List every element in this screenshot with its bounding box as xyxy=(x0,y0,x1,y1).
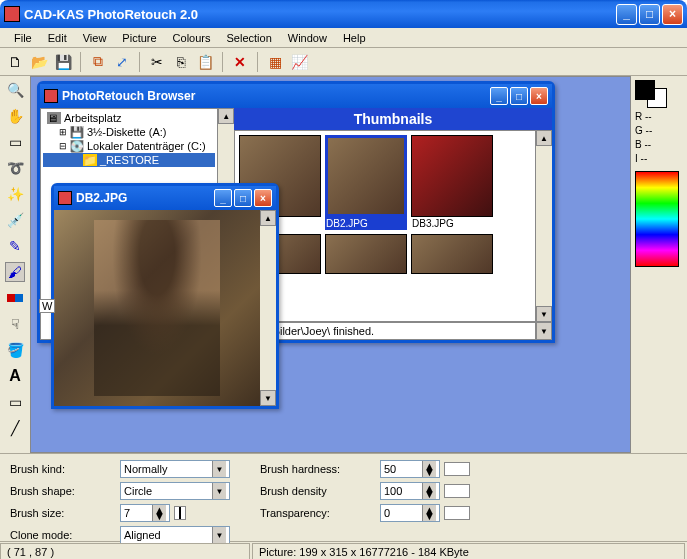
r-value: R -- xyxy=(635,111,652,122)
brush-hardness-label: Brush hardness: xyxy=(260,463,380,475)
browser-icon[interactable]: ⧉ xyxy=(89,53,107,71)
brush-size-label: Brush size: xyxy=(10,507,120,519)
image-canvas[interactable] xyxy=(54,210,260,406)
hand-tool-icon[interactable]: ✋ xyxy=(5,106,25,126)
browser-maximize-button[interactable]: □ xyxy=(510,87,528,105)
tree-root[interactable]: 🖥Arbeitsplatz xyxy=(43,111,215,125)
new-icon[interactable]: 🗋 xyxy=(6,53,24,71)
shape-tool-icon[interactable]: ▭ xyxy=(5,392,25,412)
save-icon[interactable]: 💾 xyxy=(54,53,72,71)
workspace: PhotoRetouch Browser _ □ × 🖥Arbeitsplatz… xyxy=(30,76,631,453)
thumbnail[interactable]: DB2.JPG xyxy=(325,135,407,230)
image-close-button[interactable]: × xyxy=(254,189,272,207)
scan-icon[interactable]: ⤢ xyxy=(113,53,131,71)
thumbnail[interactable] xyxy=(325,234,407,274)
brush-tool-icon[interactable]: 🖌 xyxy=(5,262,25,282)
image-window[interactable]: DB2.JPG _ □ × ▲ ▼ xyxy=(51,183,279,409)
image-minimize-button[interactable]: _ xyxy=(214,189,232,207)
brush-shape-label: Brush shape: xyxy=(10,485,120,497)
line-tool-icon[interactable]: ╱ xyxy=(5,418,25,438)
zoom-tool-icon[interactable]: 🔍 xyxy=(5,80,25,100)
toolbar: 🗋 📂 💾 ⧉ ⤢ ✂ ⎘ 📋 ✕ ▦ 📈 xyxy=(0,48,687,76)
i-value: I -- xyxy=(635,153,647,164)
menu-file[interactable]: File xyxy=(6,30,40,46)
app-icon xyxy=(4,6,20,22)
browser-minimize-button[interactable]: _ xyxy=(490,87,508,105)
brush-hardness-bar[interactable] xyxy=(444,462,470,476)
brush-density-bar[interactable] xyxy=(444,484,470,498)
scroll-down-icon[interactable]: ▼ xyxy=(536,322,552,340)
chevron-down-icon: ▼ xyxy=(212,483,226,499)
chevron-down-icon: ▼ xyxy=(212,527,226,543)
pencil-tool-icon[interactable]: ✎ xyxy=(5,236,25,256)
brush-shape-combo[interactable]: Circle▼ xyxy=(120,482,230,500)
eyedropper-tool-icon[interactable]: 💉 xyxy=(5,210,25,230)
open-icon[interactable]: 📂 xyxy=(30,53,48,71)
menu-colours[interactable]: Colours xyxy=(165,30,219,46)
toolbox: 🔍 ✋ ▭ ➰ ✨ 💉 ✎ 🖌 ☟ 🪣 A ▭ ╱ xyxy=(0,76,30,453)
tree-restore[interactable]: 📁_RESTORE xyxy=(43,153,215,167)
brush-density-label: Brush density xyxy=(260,485,380,497)
color-swatches[interactable] xyxy=(635,80,667,108)
bucket-tool-icon[interactable]: 🪣 xyxy=(5,340,25,360)
minimize-button[interactable]: _ xyxy=(616,4,637,25)
menu-view[interactable]: View xyxy=(75,30,115,46)
clone-mode-label: Clone mode: xyxy=(10,529,120,541)
status-picture: Picture: 199 x 315 x 16777216 - 184 KByt… xyxy=(252,543,685,560)
g-value: G -- xyxy=(635,125,652,136)
menu-picture[interactable]: Picture xyxy=(114,30,164,46)
cut-icon[interactable]: ✂ xyxy=(148,53,166,71)
tree-disk[interactable]: ⊟💽Lokaler Datenträger (C:) xyxy=(43,139,215,153)
wand-tool-icon[interactable]: ✨ xyxy=(5,184,25,204)
path-scroll[interactable]: ▼ xyxy=(536,322,552,340)
brush-kind-label: Brush kind: xyxy=(10,463,120,475)
thumbs-scrollbar[interactable]: ▲ ▼ xyxy=(536,130,552,322)
maximize-button[interactable]: □ xyxy=(639,4,660,25)
browser-window-title: PhotoRetouch Browser xyxy=(62,89,490,103)
folder-icon: 📁 xyxy=(83,154,97,166)
tree-floppy[interactable]: ⊞💾3½-Diskette (A:) xyxy=(43,125,215,139)
app-title: CAD-KAS PhotoRetouch 2.0 xyxy=(24,7,616,22)
scroll-down-icon[interactable]: ▼ xyxy=(260,390,276,406)
clipped-text: W xyxy=(39,299,55,313)
menu-edit[interactable]: Edit xyxy=(40,30,75,46)
paste-icon[interactable]: 📋 xyxy=(196,53,214,71)
brush-density-spin[interactable]: 100▲▼ xyxy=(380,482,440,500)
text-tool-icon[interactable]: A xyxy=(5,366,25,386)
close-button[interactable]: × xyxy=(662,4,683,25)
brush-hardness-spin[interactable]: 50▲▼ xyxy=(380,460,440,478)
transparency-bar[interactable] xyxy=(444,506,470,520)
image-maximize-button[interactable]: □ xyxy=(234,189,252,207)
pointer-tool-icon[interactable]: ☟ xyxy=(5,314,25,334)
browser-close-button[interactable]: × xyxy=(530,87,548,105)
menu-selection[interactable]: Selection xyxy=(219,30,280,46)
clone-tool-icon[interactable] xyxy=(5,288,25,308)
thumbnails-grid[interactable]: DB2.JPG DB3.JPG xyxy=(234,130,536,322)
chart-icon[interactable]: 📈 xyxy=(290,53,308,71)
scroll-up-icon[interactable]: ▲ xyxy=(536,130,552,146)
brush-kind-combo[interactable]: Normally▼ xyxy=(120,460,230,478)
lasso-tool-icon[interactable]: ➰ xyxy=(5,158,25,178)
brush-size-preview xyxy=(174,506,186,520)
b-value: B -- xyxy=(635,139,651,150)
status-coords: ( 71 , 87 ) xyxy=(0,543,250,560)
clone-mode-combo[interactable]: Aligned▼ xyxy=(120,526,230,544)
foreground-color-swatch[interactable] xyxy=(635,80,655,100)
menu-window[interactable]: Window xyxy=(280,30,335,46)
titlebar: CAD-KAS PhotoRetouch 2.0 _ □ × xyxy=(0,0,687,28)
grid-icon[interactable]: ▦ xyxy=(266,53,284,71)
thumbnail[interactable] xyxy=(411,234,493,274)
marquee-tool-icon[interactable]: ▭ xyxy=(5,132,25,152)
menu-help[interactable]: Help xyxy=(335,30,374,46)
brush-size-spin[interactable]: 7▲▼ xyxy=(120,504,170,522)
scroll-up-icon[interactable]: ▲ xyxy=(260,210,276,226)
scroll-down-icon[interactable]: ▼ xyxy=(536,306,552,322)
transparency-spin[interactable]: 0▲▼ xyxy=(380,504,440,522)
thumbnail[interactable]: DB3.JPG xyxy=(411,135,493,230)
color-spectrum[interactable] xyxy=(635,171,679,267)
delete-icon[interactable]: ✕ xyxy=(231,53,249,71)
copy-icon[interactable]: ⎘ xyxy=(172,53,190,71)
scroll-up-icon[interactable]: ▲ xyxy=(218,108,234,124)
image-scrollbar-v[interactable]: ▲ ▼ xyxy=(260,210,276,406)
image-window-title: DB2.JPG xyxy=(76,191,214,205)
